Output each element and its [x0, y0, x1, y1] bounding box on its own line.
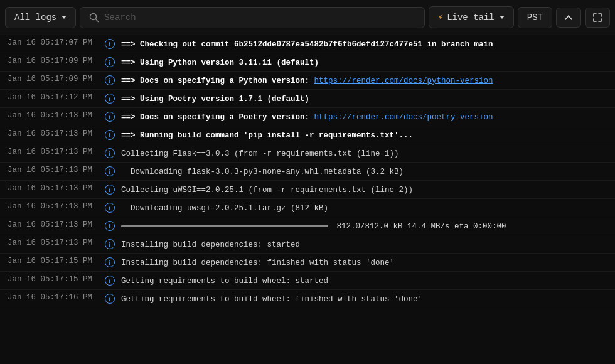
log-message-bold: ==> Checking out commit 6b2512dde0787ea5…	[121, 40, 493, 49]
log-message: Collecting uWSGI==2.0.25.1 (from -r requ…	[121, 183, 607, 196]
info-icon[interactable]: i	[105, 94, 115, 104]
log-icon-cell: i	[105, 237, 121, 249]
scroll-up-button[interactable]	[556, 8, 581, 28]
log-timestamp: Jan 16 05:17:13 PM	[8, 110, 105, 120]
log-message-bold: ==> Using Python version 3.11.11 (defaul…	[121, 58, 319, 67]
info-icon[interactable]: i	[105, 239, 115, 249]
log-message-bold: ==> Running build command 'pip install -…	[121, 131, 413, 140]
toolbar-left: All logs	[5, 7, 76, 28]
log-timestamp: Jan 16 05:17:13 PM	[8, 183, 105, 193]
log-row: Jan 16 05:17:13 PMiCollecting Flask==3.0…	[0, 144, 615, 163]
log-timestamp: Jan 16 05:17:13 PM	[8, 201, 105, 211]
log-message: ==> Using Python version 3.11.11 (defaul…	[121, 55, 607, 69]
log-row: Jan 16 05:17:13 PMi Downloading flask-3.…	[0, 163, 615, 181]
log-icon-cell: i	[105, 146, 121, 158]
log-timestamp: Jan 16 05:17:07 PM	[8, 37, 105, 47]
log-row: Jan 16 05:17:13 PMiCollecting uWSGI==2.0…	[0, 181, 615, 199]
pst-button[interactable]: PST	[518, 7, 552, 28]
log-area: Jan 16 05:17:07 PMi==> Checking out comm…	[0, 35, 615, 364]
log-row: Jan 16 05:17:13 PMiInstalling build depe…	[0, 235, 615, 254]
log-timestamp: Jan 16 05:17:12 PM	[8, 92, 105, 102]
toolbar: All logs ⚡ Live tail PST	[0, 0, 615, 35]
info-icon[interactable]: i	[105, 39, 115, 49]
info-icon[interactable]: i	[105, 203, 115, 213]
log-message: ==> Running build command 'pip install -…	[121, 128, 607, 142]
info-icon[interactable]: i	[105, 276, 115, 286]
log-icon-cell: i	[105, 255, 121, 267]
info-icon[interactable]: i	[105, 185, 115, 195]
info-icon[interactable]: i	[105, 257, 115, 267]
live-tail-label: Live tail	[447, 13, 495, 23]
log-message: Getting requirements to build wheel: sta…	[121, 274, 607, 287]
chevron-down-icon	[62, 16, 67, 19]
log-row: Jan 16 05:17:09 PMi==> Docs on specifyin…	[0, 72, 615, 90]
log-message: Getting requirements to build wheel: fin…	[121, 292, 607, 306]
info-icon[interactable]: i	[105, 221, 115, 231]
info-icon[interactable]: i	[105, 166, 115, 176]
log-row: Jan 16 05:17:12 PMi==> Using Poetry vers…	[0, 90, 615, 108]
log-timestamp: Jan 16 05:17:16 PM	[8, 292, 105, 302]
log-icon-cell: i	[105, 73, 121, 85]
log-icon-cell: i	[105, 183, 121, 195]
log-row: Jan 16 05:17:13 PMi==> Running build com…	[0, 126, 615, 144]
log-link[interactable]: https://render.com/docs/python-version	[314, 77, 493, 85]
log-row: Jan 16 05:17:13 PMi 812.0/812.0 kB 14.4 …	[0, 217, 615, 235]
search-input[interactable]	[104, 13, 415, 23]
log-icon-cell: i	[105, 201, 121, 213]
log-message: ==> Using Poetry version 1.7.1 (default)	[121, 92, 607, 105]
log-icon-cell: i	[105, 292, 121, 304]
info-icon[interactable]: i	[105, 148, 115, 158]
log-icon-cell: i	[105, 274, 121, 286]
info-icon[interactable]: i	[105, 294, 115, 304]
log-timestamp: Jan 16 05:17:13 PM	[8, 164, 105, 174]
log-message: ==> Docs on specifying a Poetry version:…	[121, 110, 607, 124]
log-message-bold: ==> Using Poetry version 1.7.1 (default)	[121, 95, 309, 104]
log-message: Installing build dependencies: started	[121, 237, 607, 251]
log-timestamp: Jan 16 05:17:09 PM	[8, 73, 105, 83]
svg-line-1	[96, 19, 99, 21]
chevron-down-icon	[500, 16, 505, 19]
log-row: Jan 16 05:17:16 PMiGetting requirements …	[0, 290, 615, 308]
log-message: 812.0/812.0 kB 14.4 MB/s eta 0:00:00	[121, 219, 607, 233]
log-link[interactable]: https://render.com/docs/poetry-version	[314, 113, 493, 122]
expand-button[interactable]	[585, 8, 610, 28]
all-logs-label: All logs	[14, 13, 56, 23]
log-icon-cell: i	[105, 110, 121, 122]
search-icon	[89, 13, 99, 23]
log-timestamp: Jan 16 05:17:15 PM	[8, 255, 105, 265]
log-message-bold: ==> Docs on specifying a Python version:	[121, 77, 314, 85]
log-icon-cell: i	[105, 37, 121, 49]
log-icon-cell: i	[105, 55, 121, 67]
log-timestamp: Jan 16 05:17:09 PM	[8, 55, 105, 65]
progress-bar	[121, 225, 328, 227]
log-message: Downloading flask-3.0.3-py3-none-any.whl…	[121, 164, 607, 178]
log-message-bold: ==> Docs on specifying a Poetry version:	[121, 113, 314, 122]
info-icon[interactable]: i	[105, 75, 115, 85]
log-icon-cell: i	[105, 164, 121, 176]
live-tail-button[interactable]: ⚡ Live tail	[429, 6, 514, 28]
log-timestamp: Jan 16 05:17:15 PM	[8, 274, 105, 284]
toolbar-right: ⚡ Live tail PST	[429, 6, 610, 28]
log-row: Jan 16 05:17:13 PMi==> Docs on specifyin…	[0, 108, 615, 126]
log-icon-cell: i	[105, 92, 121, 104]
info-icon[interactable]: i	[105, 57, 115, 67]
log-row: Jan 16 05:17:13 PMi Downloading uwsgi-2.…	[0, 199, 615, 217]
info-icon[interactable]: i	[105, 112, 115, 122]
log-icon-cell: i	[105, 128, 121, 140]
log-row: Jan 16 05:17:15 PMiGetting requirements …	[0, 272, 615, 290]
log-row: Jan 16 05:17:07 PMi==> Checking out comm…	[0, 35, 615, 53]
log-timestamp: Jan 16 05:17:13 PM	[8, 146, 105, 156]
log-timestamp: Jan 16 05:17:13 PM	[8, 128, 105, 138]
log-row: Jan 16 05:17:09 PMi==> Using Python vers…	[0, 53, 615, 72]
log-message: Collecting Flask==3.0.3 (from -r require…	[121, 146, 607, 160]
bolt-icon: ⚡	[438, 12, 443, 23]
log-timestamp: Jan 16 05:17:13 PM	[8, 219, 105, 229]
log-icon-cell: i	[105, 219, 121, 231]
search-box	[80, 7, 425, 28]
log-message: ==> Docs on specifying a Python version:…	[121, 73, 607, 87]
log-message: ==> Checking out commit 6b2512dde0787ea5…	[121, 37, 607, 51]
all-logs-button[interactable]: All logs	[5, 7, 76, 28]
info-icon[interactable]: i	[105, 130, 115, 140]
log-message: Installing build dependencies: finished …	[121, 255, 607, 269]
log-row: Jan 16 05:17:15 PMiInstalling build depe…	[0, 254, 615, 272]
